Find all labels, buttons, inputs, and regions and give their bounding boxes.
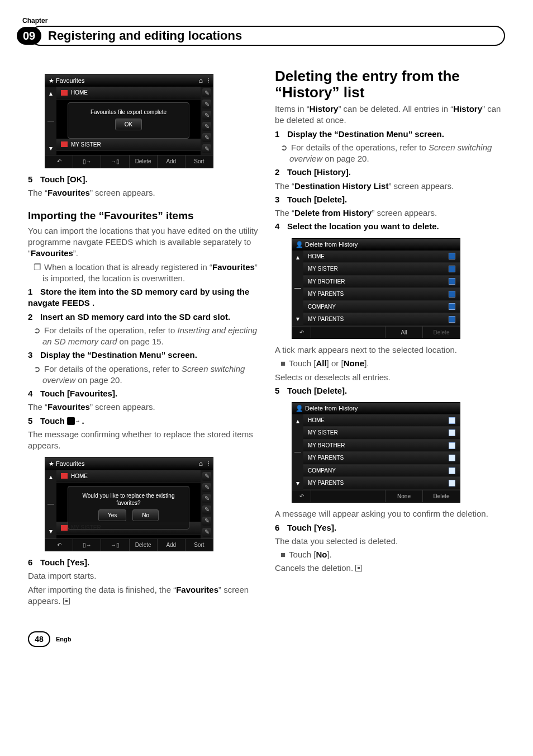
step-2-right: 2Touch [History].	[275, 167, 505, 178]
screenshot-title: ★ Favourites	[49, 460, 84, 468]
table-row[interactable]: HOME	[303, 414, 460, 427]
checkbox-unchecked[interactable]	[449, 266, 455, 272]
all-button[interactable]: All	[386, 327, 423, 339]
delete-history-screenshot-checked: 👤 Delete from History ▴—▾ HOME MY SISTER…	[292, 402, 460, 503]
table-row[interactable]: MY SISTER	[303, 427, 460, 440]
step-6: 6Touch [Yes].	[28, 557, 258, 568]
checkbox-checked[interactable]	[449, 480, 455, 486]
section-end-icon	[355, 565, 362, 571]
body-text: You can import the locations that you ha…	[28, 225, 258, 259]
edit-icon: ✎	[202, 472, 211, 481]
table-row[interactable]: MY PARENTS	[303, 313, 460, 326]
checkbox-unchecked[interactable]	[449, 291, 455, 297]
add-button[interactable]: Add	[158, 539, 185, 551]
checkbox-checked[interactable]	[449, 417, 455, 424]
table-row[interactable]: HOME	[303, 251, 460, 263]
sort-button[interactable]: Sort	[185, 539, 213, 551]
body-text: The “Delete from History” screen appears…	[275, 207, 505, 219]
sd-import-icon	[67, 417, 75, 425]
edit-icon: ✎	[202, 505, 211, 514]
back-button[interactable]: ↶	[292, 490, 311, 503]
screenshot-title: 👤 Delete from History	[296, 404, 358, 413]
body-text: Data import starts.	[28, 570, 258, 582]
table-row[interactable]: MY PARENTS	[303, 288, 460, 301]
table-row[interactable]: MY BROTHER	[303, 276, 460, 289]
export-button[interactable]: ▯→	[73, 539, 101, 551]
scroll-down-icon: ▾	[49, 527, 53, 536]
scroll-up-icon: ▴	[49, 472, 53, 481]
import-button[interactable]: →▯	[101, 539, 129, 551]
delete-button[interactable]: Delete	[423, 490, 460, 503]
body-text: The data you selected is deleted.	[275, 536, 505, 547]
edit-icon: ✎	[202, 88, 211, 97]
list-item: HOME	[71, 89, 88, 97]
export-button[interactable]: ▯→	[73, 155, 101, 168]
favourites-export-screenshot: ★ Favourites ⌂⁝ ▴—▾ HOME Favourites file…	[45, 74, 213, 168]
dialog-replace-confirm: Would you like to replace the existing f…	[68, 486, 189, 530]
touch-no: ■Touch [No].	[275, 549, 505, 560]
checkbox-unchecked[interactable]	[449, 253, 455, 259]
reference-note: For details of the operation, refer to I…	[28, 325, 258, 348]
scroll-up-icon: ▴	[296, 253, 299, 262]
checkbox-checked[interactable]	[449, 442, 455, 449]
table-row[interactable]: MY PARENTS	[303, 477, 460, 490]
import-button[interactable]: →▯	[101, 155, 129, 168]
house-icon	[61, 141, 68, 147]
dialog-message: Would you like to replace the existing f…	[74, 492, 183, 507]
step-3-right: 3Touch [Delete].	[275, 194, 505, 205]
back-button[interactable]: ↶	[45, 539, 73, 551]
delete-button[interactable]: Delete	[130, 539, 158, 551]
body-text: Cancels the deletion.	[275, 563, 505, 574]
chapter-header: 09 Registering and editing locations	[17, 26, 505, 46]
step-5-right: 5Touch [Delete].	[275, 385, 505, 396]
edit-icon: ✎	[202, 528, 211, 537]
spacer	[311, 327, 386, 339]
chapter-number-badge: 09	[17, 27, 41, 45]
body-text: A tick mark appears next to the selected…	[275, 344, 505, 356]
scroll-down-icon: ▾	[296, 314, 299, 323]
house-icon	[61, 473, 68, 479]
sort-button[interactable]: Sort	[185, 155, 213, 168]
edit-icon: ✎	[202, 100, 211, 108]
body-text: The “Favourites” screen appears.	[28, 187, 258, 199]
none-button[interactable]: None	[386, 490, 423, 503]
reference-note: For details of the operations, refer to …	[28, 363, 258, 386]
body-text: A message will appear asking you to conf…	[275, 508, 505, 519]
step-2: 2Insert an SD memory card into the SD ca…	[28, 311, 258, 323]
step-1-right: 1Display the “Destination Menu” screen.	[275, 129, 505, 140]
step-3: 3Display the “Destination Menu” screen.	[28, 349, 258, 361]
checkbox-checked[interactable]	[449, 455, 455, 461]
ok-button[interactable]: OK	[115, 119, 142, 131]
body-text: After importing the data is finished, th…	[28, 584, 258, 607]
spacer	[311, 490, 386, 503]
table-row[interactable]: MY BROTHER	[303, 440, 460, 452]
no-button[interactable]: No	[132, 509, 159, 522]
step-4: 4Touch [Favourites].	[28, 388, 258, 399]
checkbox-unchecked[interactable]	[449, 316, 455, 323]
home-icon: ⌂	[199, 459, 203, 468]
table-row[interactable]: MY PARENTS	[303, 452, 460, 465]
table-row[interactable]: COMPANY	[303, 465, 460, 478]
step-5b: 5Touch .	[28, 415, 258, 427]
language-code: Engb	[56, 636, 72, 642]
edit-icon: ✎	[202, 111, 211, 120]
back-button[interactable]: ↶	[45, 155, 73, 168]
checkbox-unchecked[interactable]	[449, 278, 455, 285]
yes-button[interactable]: Yes	[98, 509, 126, 522]
edit-icon: ✎	[202, 517, 211, 526]
house-icon	[61, 525, 68, 531]
checkbox-checked[interactable]	[449, 467, 455, 474]
edit-icon: ✎	[202, 494, 211, 503]
edit-icon: ✎	[202, 133, 211, 142]
step-5: 5Touch [OK].	[28, 174, 258, 185]
scroll-up-icon: ▴	[296, 417, 299, 426]
body-text: Items in “History” can be deleted. All e…	[275, 103, 505, 126]
add-button[interactable]: Add	[158, 155, 185, 168]
reference-note: For details of the operations, refer to …	[275, 142, 505, 165]
back-button[interactable]: ↶	[292, 327, 311, 339]
checkbox-checked[interactable]	[449, 429, 455, 436]
delete-button[interactable]: Delete	[130, 155, 158, 168]
table-row[interactable]: COMPANY	[303, 301, 460, 314]
checkbox-unchecked[interactable]	[449, 303, 455, 310]
table-row[interactable]: MY SISTER	[303, 263, 460, 276]
